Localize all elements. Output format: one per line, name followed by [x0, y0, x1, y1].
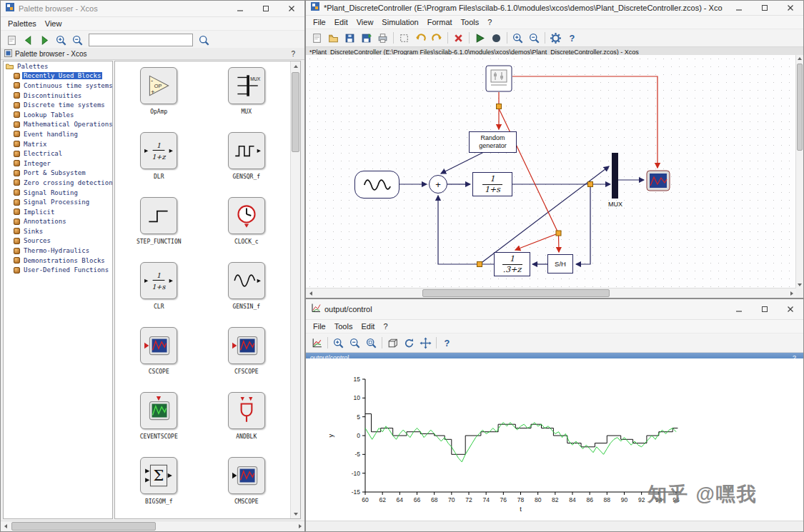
- new-diagram-icon[interactable]: [4, 33, 20, 48]
- scroll-down-button[interactable]: [291, 509, 300, 518]
- tree-item-implicit[interactable]: Implicit: [4, 207, 112, 217]
- help-icon[interactable]: ?: [439, 336, 455, 351]
- palette-block-cmscope[interactable]: CMSCOPE: [228, 457, 265, 518]
- scroll-right-button[interactable]: [295, 521, 304, 531]
- scroll-down-button[interactable]: [796, 281, 803, 288]
- tree-item-zero-crossing-detection[interactable]: Zero crossing detection: [4, 178, 112, 188]
- zoom-out-icon[interactable]: [69, 33, 86, 48]
- graph-menu--[interactable]: ?: [379, 321, 392, 331]
- tree-item-discontinuities[interactable]: Discontinuities: [4, 91, 112, 101]
- palette-horizontal-scrollbar[interactable]: [1, 521, 304, 531]
- rotate-icon[interactable]: [401, 336, 417, 351]
- blocks-vertical-scrollbar[interactable]: [290, 61, 300, 518]
- scroll-left-button[interactable]: [1, 521, 10, 531]
- tree-item-integer[interactable]: Integer: [4, 159, 112, 169]
- palette-block-clock_c[interactable]: CLOCK_c: [228, 197, 265, 262]
- tree-item-port-subsystem[interactable]: Port & Subsystem: [4, 169, 112, 179]
- search-icon[interactable]: [196, 33, 212, 48]
- palette-block-ceventscope[interactable]: CEVENTSCOPE: [140, 392, 178, 457]
- scroll-thumb[interactable]: [292, 72, 299, 152]
- palette-block-mux[interactable]: MUXMUX: [228, 67, 265, 132]
- palette-block-bigsom_f[interactable]: ΣBIGSOM_f: [140, 457, 177, 518]
- tree-item-event-handling[interactable]: Event handling: [4, 129, 112, 139]
- pan-icon[interactable]: [417, 336, 434, 351]
- stop-simulation-icon[interactable]: [488, 31, 505, 46]
- minimize-button[interactable]: [227, 1, 253, 16]
- zoom-in-icon[interactable]: [330, 336, 347, 351]
- scope-block[interactable]: [646, 170, 670, 191]
- xcos-menu-tools[interactable]: Tools: [457, 17, 484, 27]
- scroll-up-button[interactable]: [291, 61, 300, 71]
- palette-search-input[interactable]: [89, 34, 193, 46]
- palette-block-gensqr_f[interactable]: GENSQR_f: [228, 132, 265, 197]
- zoom-in-icon[interactable]: [53, 33, 69, 48]
- sample-hold-block[interactable]: S/H: [547, 254, 573, 273]
- sine-generator-block[interactable]: [354, 171, 399, 199]
- palette-help-button[interactable]: ?: [291, 50, 301, 58]
- tree-item-user-defined-functions[interactable]: User-Defined Functions: [4, 265, 112, 275]
- xcos-menu--[interactable]: ?: [483, 17, 496, 27]
- settings-icon[interactable]: [547, 31, 564, 46]
- zoom-out-icon[interactable]: [347, 336, 363, 351]
- maximize-button[interactable]: [253, 1, 279, 16]
- palette-block-cfscope[interactable]: CFSCOPE: [228, 327, 265, 392]
- graph-menu-edit[interactable]: Edit: [357, 321, 379, 331]
- back-icon[interactable]: [20, 33, 36, 48]
- tree-item-demonstrations-blocks[interactable]: Demonstrations Blocks: [4, 256, 112, 266]
- xcos-vertical-scrollbar[interactable]: [795, 55, 803, 288]
- minimize-button[interactable]: [726, 1, 752, 15]
- tree-item-thermo-hydraulics[interactable]: Thermo-Hydraulics: [4, 246, 112, 256]
- tree-item-sinks[interactable]: Sinks: [4, 226, 112, 236]
- plant-transfer-block[interactable]: 11+s: [472, 172, 512, 196]
- xcos-menu-simulation[interactable]: Simulation: [377, 17, 422, 27]
- palette-block-gensin_f[interactable]: GENSIN_f: [228, 262, 265, 327]
- zoom-box-icon[interactable]: [363, 336, 379, 351]
- tree-item-signal-routing[interactable]: Signal Routing: [4, 188, 112, 198]
- tree-item-signal-processing[interactable]: Signal Processing: [4, 197, 112, 207]
- scroll-thumb[interactable]: [422, 289, 610, 297]
- tree-item-lookup-tables[interactable]: Lookup Tables: [4, 110, 112, 120]
- tree-item-annotations[interactable]: Annotations: [4, 217, 112, 227]
- tree-item-mathematical-operations[interactable]: Mathematical Operations: [4, 120, 112, 130]
- tree-item-matrix[interactable]: Matrix: [4, 139, 112, 149]
- iso-view-icon[interactable]: [384, 336, 401, 351]
- palette-block-cscope[interactable]: CSCOPE: [140, 327, 177, 392]
- ged-icon[interactable]: [309, 336, 325, 351]
- forward-icon[interactable]: [36, 33, 53, 48]
- print-icon[interactable]: [374, 31, 391, 46]
- scroll-up-button[interactable]: [796, 55, 803, 62]
- minimize-button[interactable]: [726, 299, 752, 319]
- redo-icon[interactable]: [429, 31, 445, 46]
- xcos-menu-file[interactable]: File: [309, 17, 330, 27]
- zoom-in-icon[interactable]: [510, 31, 526, 46]
- sum-block[interactable]: +: [429, 175, 447, 194]
- fit-to-view-icon[interactable]: [396, 31, 412, 46]
- graph-menu-file[interactable]: File: [309, 321, 330, 331]
- mux-block[interactable]: [612, 153, 618, 199]
- controller-transfer-block[interactable]: 1.3+z: [494, 252, 530, 276]
- save-icon[interactable]: [342, 31, 358, 46]
- undo-icon[interactable]: [412, 31, 429, 46]
- zoom-out-icon[interactable]: [526, 31, 542, 46]
- tree-root-palettes[interactable]: Palettes: [4, 61, 112, 71]
- palette-block-andblk[interactable]: ANDBLK: [228, 392, 265, 457]
- scroll-thumb[interactable]: [797, 64, 803, 151]
- xcos-menu-format[interactable]: Format: [423, 17, 457, 27]
- palette-menu-view[interactable]: View: [41, 19, 66, 29]
- open-icon[interactable]: [325, 31, 342, 46]
- xcos-menu-view[interactable]: View: [352, 17, 378, 27]
- close-button[interactable]: [778, 1, 803, 15]
- palette-block-clr[interactable]: 11+sCLR: [140, 262, 177, 327]
- new-diagram-icon[interactable]: [309, 31, 325, 46]
- tree-item-discrete-time-systems[interactable]: Discrete time systems: [4, 100, 112, 110]
- maximize-button[interactable]: [752, 299, 778, 319]
- export-icon[interactable]: [358, 31, 374, 46]
- help-icon[interactable]: ?: [564, 31, 580, 46]
- maximize-button[interactable]: [752, 1, 778, 15]
- scroll-thumb[interactable]: [11, 522, 156, 531]
- palette-block-step_function[interactable]: STEP_FUNCTION: [137, 197, 182, 262]
- graph-bottom-scrollbar[interactable]: [306, 521, 803, 531]
- xcos-menu-edit[interactable]: Edit: [330, 17, 352, 27]
- scroll-left-button[interactable]: [306, 288, 315, 298]
- palette-block-dlr[interactable]: 11+zDLR: [140, 132, 177, 197]
